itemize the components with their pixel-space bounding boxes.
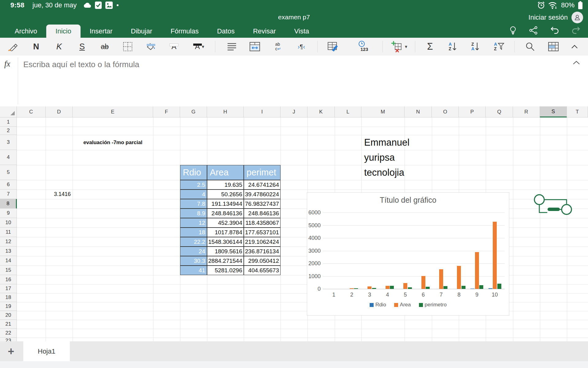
table-cell[interactable]: 404.655673 xyxy=(244,266,281,275)
tab-vista[interactable]: Vista xyxy=(285,25,318,38)
row-header-6[interactable]: 6 xyxy=(0,180,17,190)
column-header-O[interactable]: O xyxy=(432,106,459,117)
row-header-18[interactable]: 18 xyxy=(0,293,17,302)
italic-button[interactable]: K xyxy=(51,38,68,56)
sign-in-button[interactable]: Iniciar sesión xyxy=(529,13,568,21)
column-header-D[interactable]: D xyxy=(46,106,73,117)
table-cell[interactable]: 24.6741264 xyxy=(244,180,281,190)
table-cell[interactable]: 236.8716134 xyxy=(244,247,281,256)
row-header-12[interactable]: 12 xyxy=(0,237,17,247)
table-cell[interactable]: 76.98327437 xyxy=(244,199,281,209)
table-cell[interactable]: 12 xyxy=(180,218,207,228)
table-cell[interactable]: 1017.8784 xyxy=(207,228,244,237)
tab-datos[interactable]: Datos xyxy=(208,25,244,38)
column-header-L[interactable]: L xyxy=(335,106,361,117)
avatar[interactable] xyxy=(571,12,583,23)
filter-button[interactable]: AZ xyxy=(491,38,508,56)
borders-button[interactable] xyxy=(119,38,136,56)
row-header-10[interactable]: 10 xyxy=(0,218,17,228)
tab-fórmulas[interactable]: Fórmulas xyxy=(161,25,208,38)
select-all-corner[interactable] xyxy=(0,106,17,117)
merge-center-button[interactable] xyxy=(246,38,263,56)
column-header-M[interactable]: M xyxy=(361,106,405,117)
search-button[interactable] xyxy=(522,38,539,56)
table-cell[interactable]: 19.635 xyxy=(207,180,244,190)
table-cell[interactable]: 1548.306144 xyxy=(207,237,244,247)
strikethrough-button[interactable]: ab xyxy=(96,38,113,56)
tab-archivo[interactable]: Archivo xyxy=(6,25,46,38)
row-header-16[interactable]: 16 xyxy=(0,275,17,284)
column-header-T[interactable]: T xyxy=(567,106,588,117)
collapse-toolbar-button[interactable] xyxy=(566,38,583,56)
underline-button[interactable]: S xyxy=(74,38,91,56)
row-header-8[interactable]: 8 xyxy=(0,199,17,209)
table-cell[interactable]: 219.1062424 xyxy=(244,237,281,247)
format-painter-button[interactable] xyxy=(4,38,21,56)
collapse-formula-bar-button[interactable] xyxy=(573,60,580,66)
column-header-K[interactable]: K xyxy=(307,106,335,117)
column-header-P[interactable]: P xyxy=(459,106,486,117)
row-header-5[interactable]: 5 xyxy=(0,165,17,180)
column-header-I[interactable]: I xyxy=(244,106,281,117)
row-header-4[interactable]: 4 xyxy=(0,150,17,165)
column-header-E[interactable]: E xyxy=(73,106,153,117)
wrap-text-button[interactable]: abc↵ xyxy=(270,38,287,56)
lightbulb-icon[interactable] xyxy=(509,26,517,35)
row-header-23[interactable]: 23 xyxy=(0,338,17,341)
column-header-N[interactable]: N xyxy=(405,106,432,117)
row-header-11[interactable]: 11 xyxy=(0,228,17,237)
bold-button[interactable]: N xyxy=(28,38,45,56)
column-header-R[interactable]: R xyxy=(513,106,540,117)
row-header-13[interactable]: 13 xyxy=(0,247,17,256)
row-header-14[interactable]: 14 xyxy=(0,256,17,266)
redo-icon[interactable] xyxy=(571,26,581,35)
tab-insertar[interactable]: Insertar xyxy=(81,25,122,38)
row-header-2[interactable]: 2 xyxy=(0,127,17,135)
sheet-tab-hoja1[interactable]: Hoja1 xyxy=(23,341,70,361)
table-cell[interactable]: 39.47860224 xyxy=(244,190,281,199)
column-header-S[interactable]: S xyxy=(540,106,567,117)
table-cell[interactable]: 24 xyxy=(180,247,207,256)
row-header-22[interactable]: 22 xyxy=(0,329,17,338)
number-format-button[interactable]: 123 xyxy=(355,38,372,56)
highlight-color-button[interactable]: A xyxy=(165,38,183,56)
table-header-area[interactable]: Area xyxy=(207,165,244,180)
selected-connector-shape[interactable] xyxy=(530,187,588,221)
table-cell[interactable]: 191.134944 xyxy=(207,199,244,209)
autosum-button[interactable]: Σ xyxy=(421,38,439,56)
tab-dibujar[interactable]: Dibujar xyxy=(122,25,161,38)
table-cell[interactable]: 30.3 xyxy=(180,256,207,266)
table-cell[interactable]: 4 xyxy=(180,190,207,199)
share-icon[interactable] xyxy=(529,26,538,35)
table-cell[interactable]: 1809.5616 xyxy=(207,247,244,256)
table-cell[interactable]: 41 xyxy=(180,266,207,275)
sort-descending-button[interactable]: ZA xyxy=(467,38,484,56)
shape-handle-end[interactable] xyxy=(562,205,571,214)
row-header-20[interactable]: 20 xyxy=(0,311,17,320)
row-header-19[interactable]: 19 xyxy=(0,302,17,311)
table-cell[interactable]: 22.2 xyxy=(180,237,207,247)
row-header-17[interactable]: 17 xyxy=(0,284,17,293)
column-header-Q[interactable]: Q xyxy=(486,106,513,117)
table-cell[interactable]: 248.846136 xyxy=(207,209,244,218)
column-header-G[interactable]: G xyxy=(180,106,207,117)
row-header-21[interactable]: 21 xyxy=(0,320,17,329)
table-cell[interactable]: 7.8 xyxy=(180,199,207,209)
table-cell[interactable]: 248.846136 xyxy=(244,209,281,218)
row-header-1[interactable]: 1 xyxy=(0,117,17,127)
table-cell[interactable]: 118.4358067 xyxy=(244,218,281,228)
table-cell[interactable]: 8.9 xyxy=(180,209,207,218)
fill-color-button[interactable] xyxy=(142,38,160,56)
text-direction-button[interactable]: ›¶‹ xyxy=(293,38,310,56)
row-header-3[interactable]: 3 xyxy=(0,135,17,150)
add-sheet-button[interactable]: + xyxy=(3,341,19,361)
table-cell[interactable]: 50.2656 xyxy=(207,190,244,199)
table-cell[interactable]: 299.050412 xyxy=(244,256,281,266)
tab-revisar[interactable]: Revisar xyxy=(244,25,285,38)
column-header-H[interactable]: H xyxy=(207,106,244,117)
shape-handle-start[interactable] xyxy=(534,195,544,205)
column-header-C[interactable]: C xyxy=(17,106,46,117)
formula-input[interactable]: Escriba aquí el texto o la fórmula xyxy=(23,60,564,69)
table-cell[interactable]: 18 xyxy=(180,228,207,237)
format-as-table-button[interactable] xyxy=(545,38,562,56)
